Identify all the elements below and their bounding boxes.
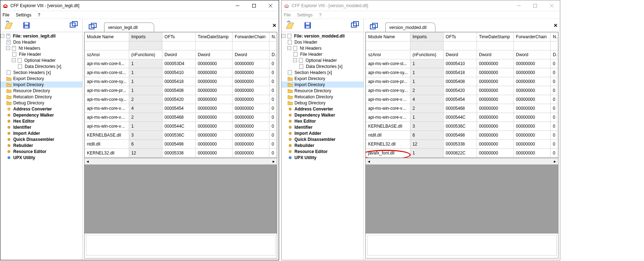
titlebar[interactable]: CFF Explorer VIII - [version_legit.dll] — [0, 0, 279, 11]
tree-dos[interactable]: Dos Header — [282, 39, 364, 45]
menu-file[interactable]: File — [283, 12, 291, 18]
tree-nt[interactable]: −Nt Headers — [0, 45, 82, 51]
table-row[interactable]: api-ms-win-core-st...1000054100000000000… — [85, 68, 277, 77]
tree-idf[interactable]: Identifier — [282, 124, 364, 130]
table-row[interactable]: javafx_font.dll10000822C0000000000000000… — [366, 149, 558, 158]
tree-ac[interactable]: Address Converter — [0, 106, 82, 112]
horizontal-scrollbar[interactable]: ◄► — [84, 158, 277, 164]
tree-ac[interactable]: Address Converter — [282, 106, 364, 112]
table-row[interactable]: api-ms-win-core-sy...1000054180000000000… — [366, 68, 558, 77]
table-row[interactable]: KERNEL32.dll120000533800000000000000000 — [85, 149, 277, 158]
menu-help[interactable]: ? — [37, 12, 41, 18]
table-row[interactable]: api-ms-win-core-li...1000053D40000000000… — [85, 59, 277, 68]
tree-ed[interactable]: Export Directory — [282, 75, 364, 82]
tree-sh[interactable]: Section Headers [x] — [0, 69, 82, 75]
table-row[interactable]: api-ms-win-core-ve...4000054540000000000… — [85, 104, 277, 113]
table-row[interactable]: api-ms-win-core-pr...1000054080000000000… — [85, 86, 277, 95]
tree-id[interactable]: Import Directory — [282, 82, 364, 88]
menu-settings[interactable]: Settings — [296, 12, 313, 18]
table-row[interactable]: api-ms-win-core-sy...1000054180000000000… — [85, 77, 277, 86]
table-row[interactable]: api-ms-win-core-ve...10000544C0000000000… — [366, 113, 558, 122]
tree-nt[interactable]: −Nt Headers — [282, 45, 364, 51]
tree-dbg[interactable]: Debug Directory — [282, 100, 364, 106]
table-row[interactable]: api-ms-win-core-sy...2000054200000000000… — [85, 95, 277, 104]
maximize-button[interactable] — [527, 0, 543, 11]
titlebar[interactable]: CFF Explorer VIII - [version_modded.dll] — [282, 0, 560, 11]
tree-root[interactable]: −File: version_legit.dll — [0, 33, 82, 39]
col-ofts[interactable]: OFTs — [443, 33, 477, 41]
col-module[interactable]: Module Name — [85, 33, 129, 41]
tree-rd[interactable]: Resource Directory — [0, 88, 82, 94]
close-button[interactable] — [262, 0, 279, 11]
tree-view[interactable]: −File: version_modded.dll Dos Header −Nt… — [282, 32, 364, 260]
col-fc[interactable]: ForwarderChain — [514, 33, 551, 41]
open-icon[interactable] — [285, 21, 294, 30]
col-tds[interactable]: TimeDateStamp — [195, 33, 232, 41]
table-row[interactable]: api-ms-win-core-sy...2000054200000000000… — [366, 86, 558, 95]
col-tds[interactable]: TimeDateStamp — [477, 33, 513, 41]
table[interactable]: Module Name Imports OFTs TimeDateStamp F… — [366, 32, 558, 158]
tree-dd[interactable]: Data Directories [x] — [282, 63, 364, 69]
tree-sh[interactable]: Section Headers [x] — [282, 69, 364, 75]
edit-pane[interactable] — [84, 233, 277, 258]
tree-upx[interactable]: UPX Utility — [282, 154, 364, 161]
cascade-icon[interactable] — [351, 21, 360, 30]
col-module[interactable]: Module Name — [366, 33, 410, 41]
tree-id[interactable]: Import Directory — [0, 82, 82, 88]
tree-view[interactable]: −File: version_legit.dll Dos Header −Nt … — [0, 32, 82, 260]
tree-upx[interactable]: UPX Utility — [0, 154, 82, 161]
tree-re[interactable]: Resource Editor — [282, 148, 364, 154]
file-tab[interactable]: version_legit.dll — [104, 23, 154, 32]
minimize-button[interactable] — [511, 0, 527, 11]
table-row[interactable]: api-ms-win-core-pr...1000054080000000000… — [366, 77, 558, 86]
cascade-icon[interactable] — [370, 23, 379, 32]
col-imports[interactable]: Imports — [129, 33, 162, 41]
minimize-button[interactable] — [229, 0, 246, 11]
tab-close-icon[interactable]: ✕ — [553, 23, 558, 28]
close-button[interactable] — [543, 0, 560, 11]
menu-settings[interactable]: Settings — [15, 12, 32, 18]
table[interactable]: Module Name Imports OFTs TimeDateStamp F… — [84, 32, 277, 158]
table-header-row[interactable]: Module Name Imports OFTs TimeDateStamp F… — [85, 33, 277, 41]
tree-rb[interactable]: Rebuilder — [282, 142, 364, 148]
col-n[interactable]: N — [269, 33, 277, 41]
tree-reld[interactable]: Relocation Directory — [282, 94, 364, 100]
col-fc[interactable]: ForwarderChain — [233, 33, 269, 41]
table-row[interactable]: ntdll.dll60000549800000000000000000 — [366, 131, 558, 140]
table-row[interactable]: api-ms-win-core-ve...2000054680000000000… — [366, 104, 558, 113]
cascade-icon[interactable] — [69, 21, 79, 30]
table-row[interactable]: KERNELBASE.dll30000536C00000000000000000 — [85, 131, 277, 140]
tree-dw[interactable]: Dependency Walker — [282, 112, 364, 118]
col-ofts[interactable]: OFTs — [162, 33, 195, 41]
edit-pane[interactable] — [366, 233, 558, 258]
tree-he[interactable]: Hex Editor — [282, 118, 364, 124]
col-imports[interactable]: Imports — [410, 33, 443, 41]
tree-qd[interactable]: Quick Disassembler — [0, 136, 82, 142]
tree-ia[interactable]: Import Adder — [282, 130, 364, 136]
save-icon[interactable] — [22, 21, 31, 30]
tree-he[interactable]: Hex Editor — [0, 118, 82, 124]
tree-dbg[interactable]: Debug Directory — [0, 100, 82, 106]
tree-ed[interactable]: Export Directory — [0, 75, 82, 82]
tree-oh[interactable]: −Optional Header — [0, 57, 82, 63]
tree-reld[interactable]: Relocation Directory — [0, 94, 82, 100]
table-header-row[interactable]: Module Name Imports OFTs TimeDateStamp F… — [366, 33, 558, 41]
table-row[interactable]: api-ms-win-core-ve...10000544C0000000000… — [85, 122, 277, 131]
table-row[interactable]: api-ms-win-core-ve...2000054680000000000… — [85, 113, 277, 122]
save-icon[interactable] — [303, 21, 312, 30]
tree-ia[interactable]: Import Adder — [0, 130, 82, 136]
tree-root[interactable]: −File: version_modded.dll — [282, 33, 364, 39]
tree-fh[interactable]: File Header — [282, 51, 364, 57]
tree-fh[interactable]: File Header — [0, 51, 82, 57]
table-row[interactable]: api-ms-win-core-ve...4000054540000000000… — [366, 95, 558, 104]
col-n[interactable]: N — [551, 33, 558, 41]
maximize-button[interactable] — [246, 0, 262, 11]
cascade-icon[interactable] — [88, 23, 98, 32]
horizontal-scrollbar[interactable]: ◄► — [366, 158, 558, 164]
file-tab[interactable]: version_modded.dll — [385, 23, 435, 32]
table-row[interactable]: api-ms-win-core-st...1000054100000000000… — [366, 59, 558, 68]
menu-help[interactable]: ? — [318, 12, 322, 18]
tree-dw[interactable]: Dependency Walker — [0, 112, 82, 118]
tree-rd[interactable]: Resource Directory — [282, 88, 364, 94]
tree-rb[interactable]: Rebuilder — [0, 142, 82, 148]
